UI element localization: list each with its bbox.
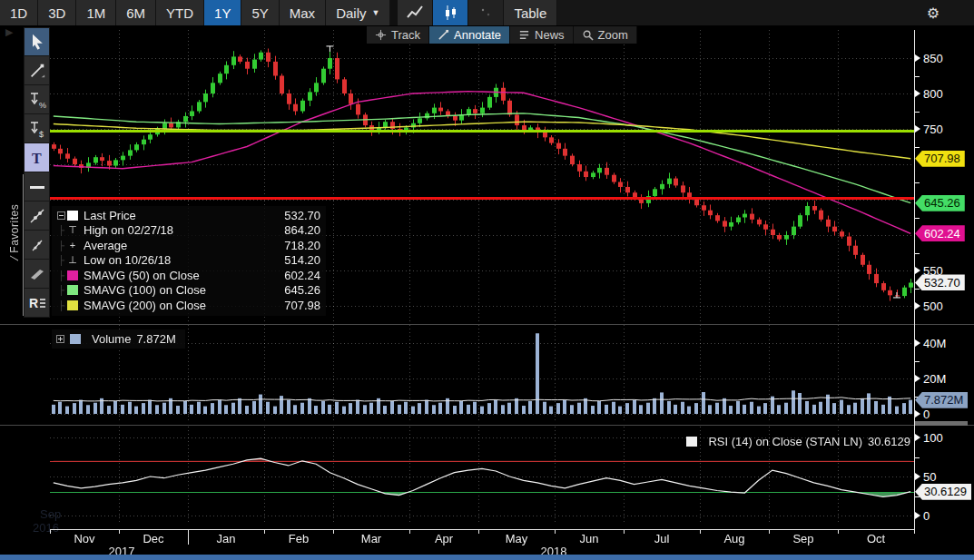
tool-text-button[interactable]: T	[24, 143, 50, 172]
legend-label: SMAVG (200) on Close	[84, 299, 284, 312]
horizontal-line-icon	[28, 178, 46, 196]
tool-annotate-pencil-button[interactable]	[24, 56, 50, 85]
text-icon: T	[28, 149, 46, 167]
line-chart-icon	[406, 5, 424, 21]
month-label: Jun	[580, 532, 599, 545]
tick-text: 0	[923, 408, 930, 421]
month-tick	[478, 529, 479, 534]
zoom-button[interactable]: Zoom	[574, 26, 637, 44]
legend-row[interactable]: ├SMAVG (50) on Close602.24	[55, 268, 320, 283]
axis-tick-label: 40M	[915, 336, 946, 350]
month-label: Feb	[289, 532, 309, 545]
tick-text: 800	[923, 87, 943, 101]
period-label: Daily	[336, 5, 366, 21]
month-tick	[914, 529, 915, 534]
table-button[interactable]: Table	[504, 0, 557, 25]
svg-text:T: T	[32, 151, 42, 166]
range-button-ytd[interactable]: YTD	[156, 0, 204, 25]
month-tick	[700, 529, 701, 534]
ghost-year-label: 2016	[33, 521, 59, 535]
tool-channel-button[interactable]	[24, 260, 50, 289]
cursor-icon	[28, 33, 46, 51]
events-button[interactable]	[468, 0, 504, 25]
month-label: May	[506, 532, 528, 545]
legend-row[interactable]: Last Price532.70	[55, 208, 320, 223]
month-label: Jul	[654, 532, 670, 545]
range-button-1d[interactable]: 1D	[0, 0, 38, 25]
tool-horizontal-line-button[interactable]	[24, 172, 50, 201]
legend-label: SMAVG (100) on Close	[84, 283, 284, 297]
tree-connector: ├	[55, 285, 67, 295]
legend-label: Last Price	[84, 209, 284, 222]
range-button-5y[interactable]: 5Y	[241, 0, 279, 25]
range-button-1m[interactable]: 1M	[76, 0, 116, 25]
price-legend[interactable]: Last Price532.70├⊤High on 02/27/18864.20…	[52, 206, 326, 316]
button-label: Zoom	[598, 28, 628, 42]
range-button-6m[interactable]: 6M	[116, 0, 156, 25]
panel-separator	[0, 425, 974, 426]
marker-glyph: ⊤	[67, 224, 78, 236]
minor-tick	[915, 457, 920, 458]
news-button[interactable]: News	[510, 26, 574, 44]
period-dropdown[interactable]: Daily ▼	[326, 0, 390, 25]
tool-cursor-button[interactable]	[24, 27, 50, 56]
window-bottom-border	[0, 555, 974, 560]
month-label: Aug	[723, 532, 744, 545]
trend-line-icon	[28, 207, 46, 225]
tool-note-percent-button[interactable]: %	[24, 85, 50, 114]
rsi-legend[interactable]: RSI (14) on Close (STAN LN) 30.6129	[686, 435, 910, 448]
tick-text: 50	[923, 470, 936, 484]
tick-text: 20M	[923, 372, 946, 386]
tick-text: 100	[923, 431, 943, 445]
events-icon	[478, 5, 493, 20]
scrollbar-thumb[interactable]	[915, 421, 968, 426]
volume-legend[interactable]: Volume 7.872M	[52, 329, 185, 349]
favorites-tab[interactable]: ⁄ Favorites	[7, 27, 23, 327]
legend-row[interactable]: ├⊥Low on 10/26/18514.20	[55, 253, 320, 269]
month-label: Dec	[143, 532, 163, 545]
regression-icon: R	[27, 294, 47, 312]
month-label: Sep	[792, 532, 813, 545]
settings-gear-icon[interactable]: ⚙	[927, 0, 940, 25]
tool-trend-line-button[interactable]	[24, 201, 50, 231]
expand-icon[interactable]	[56, 335, 64, 343]
range-button-max[interactable]: Max	[280, 0, 326, 25]
series-color-chip	[67, 285, 78, 295]
axis-tick-label: 800	[915, 86, 943, 101]
range-button-3d[interactable]: 3D	[38, 0, 76, 25]
annotate-button[interactable]: Annotate	[429, 26, 510, 44]
series-color-chip	[67, 211, 78, 221]
track-button[interactable]: Track	[367, 26, 429, 44]
x-axis-line	[50, 529, 915, 530]
axis-price-tag: 7.872M	[915, 392, 968, 408]
tool-regression-button[interactable]: R	[24, 289, 50, 318]
candlestick-chart-button[interactable]	[433, 0, 468, 25]
annotate-pencil-icon	[28, 62, 46, 80]
month-tick	[769, 529, 770, 534]
legend-row[interactable]: ├SMAVG (100) on Close645.26	[55, 283, 320, 299]
tool-segment-button[interactable]	[24, 231, 50, 260]
price-axis-line	[914, 30, 915, 529]
tree-connector: ├	[55, 225, 67, 235]
news-icon	[518, 29, 530, 41]
series-color-chip	[67, 300, 78, 310]
volume-legend-label: Volume	[92, 332, 131, 346]
axis-price-tag: 602.24	[915, 225, 965, 241]
legend-label: SMAVG (50) on Close	[84, 269, 284, 282]
ghost-month-label: Sep	[40, 507, 61, 521]
channel-icon	[28, 265, 46, 283]
axis-tick-label: 20M	[915, 371, 946, 386]
legend-row[interactable]: ├+Average718.20	[55, 238, 320, 253]
legend-value: 645.26	[284, 283, 320, 297]
candlestick-icon	[441, 4, 459, 22]
legend-row[interactable]: ├SMAVG (200) on Close707.98	[55, 298, 320, 313]
line-chart-button[interactable]	[398, 0, 433, 25]
legend-row[interactable]: ├⊤High on 02/27/18864.20	[55, 223, 320, 239]
range-button-1y[interactable]: 1Y	[204, 0, 241, 25]
tree-connector: ├	[55, 300, 67, 310]
axis-tick-label: 100	[915, 430, 943, 445]
collapse-icon[interactable]	[55, 211, 67, 220]
svg-text:%: %	[39, 101, 46, 110]
tool-note-dollar-button[interactable]: $	[24, 114, 50, 143]
legend-value: 707.98	[284, 299, 320, 312]
